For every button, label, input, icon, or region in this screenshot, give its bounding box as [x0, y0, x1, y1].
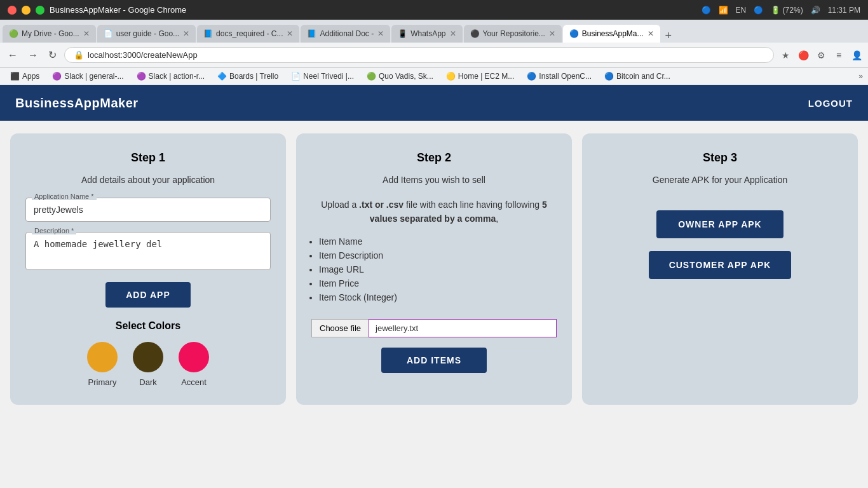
close-window-icon[interactable] — [8, 6, 17, 15]
bookmark-opencv[interactable]: 🔵 Install OpenC... — [522, 71, 597, 82]
slack-action-favicon: 🟣 — [137, 72, 146, 81]
tab-whatsapp[interactable]: 📱 WhatsApp ✕ — [391, 25, 462, 43]
description-input[interactable] — [25, 232, 271, 270]
step1-title: Step 1 — [131, 151, 165, 165]
customer-apk-button[interactable]: CUSTOMER APP APK — [649, 251, 792, 279]
tab-favicon-docsrequired: 📘 — [203, 29, 212, 38]
maximize-window-icon[interactable] — [36, 6, 44, 15]
trello-favicon: 🔷 — [217, 72, 227, 81]
bullet-item-image: Image URL — [319, 264, 564, 274]
bookmark-bitcoin[interactable]: 🔵 Bitcoin and Cr... — [599, 71, 675, 82]
slack-general-favicon: 🟣 — [52, 72, 62, 81]
app-name-group: Application Name * — [25, 198, 271, 222]
step1-subtitle: Add details about your application — [81, 175, 215, 185]
tab-label-businessapp: BusinessAppMa... — [582, 29, 644, 38]
url-text: localhost:3000/createNewApp — [88, 50, 764, 60]
bookmark-slack-general-label: Slack | general-... — [64, 72, 123, 81]
step2-title: Step 2 — [417, 151, 451, 165]
tab-additionaldoc[interactable]: 📘 Additional Doc - ✕ — [301, 25, 390, 43]
url-box[interactable]: 🔒 localhost:3000/createNewApp — [64, 47, 774, 63]
primary-color-label: Primary — [88, 377, 117, 387]
extension3-icon[interactable]: ≡ — [832, 49, 845, 62]
address-bar: ← → ↻ 🔒 localhost:3000/createNewApp ★ 🔴 … — [0, 43, 868, 68]
bookmark-slack-action[interactable]: 🟣 Slack | action-r... — [132, 71, 210, 82]
dark-color-label: Dark — [139, 377, 156, 387]
file-name-display: jewellery.txt — [369, 319, 557, 337]
colors-row: Primary Dark Accent — [87, 342, 209, 387]
home-ec2-favicon: 🟡 — [446, 72, 456, 81]
primary-color-circle[interactable] — [87, 342, 118, 372]
forward-button[interactable]: → — [25, 47, 41, 64]
tab-close-mydrive[interactable]: ✕ — [83, 29, 90, 38]
tab-close-userguide[interactable]: ✕ — [183, 29, 189, 38]
tab-mydrive[interactable]: 🟢 My Drive - Goo... ✕ — [3, 25, 96, 43]
bookmark-apps[interactable]: ⬛ Apps — [5, 71, 44, 82]
logout-button[interactable]: LOGOUT — [808, 98, 853, 109]
title-bar: BusinessAppMaker - Google Chrome 🔵 📶 EN … — [0, 0, 868, 20]
step1-card: Step 1 Add details about your applicatio… — [10, 133, 286, 405]
bookmark-trello[interactable]: 🔷 Boards | Trello — [212, 71, 283, 82]
step3-buttons: OWNER APP APK CUSTOMER APP APK — [649, 210, 792, 279]
volume-icon: 🔊 — [811, 6, 820, 15]
minimize-window-icon[interactable] — [22, 6, 31, 15]
bookmark-trello-label: Boards | Trello — [229, 72, 278, 81]
apps-favicon: ⬛ — [10, 72, 20, 81]
bookmarks-more-button[interactable]: » — [858, 72, 863, 81]
tab-close-yourrepo[interactable]: ✕ — [549, 29, 555, 38]
lock-icon: 🔒 — [74, 50, 84, 60]
accent-color-circle[interactable] — [179, 342, 209, 372]
opencv-favicon: 🔵 — [527, 72, 536, 81]
tab-docsrequired[interactable]: 📘 docs_required - C... ✕ — [197, 25, 299, 43]
bullet-item-price: Item Price — [319, 278, 564, 288]
tab-favicon-userguide: 📄 — [104, 29, 112, 38]
bookmark-home-ec2-label: Home | EC2 M... — [458, 72, 514, 81]
bullet-item-desc: Item Description — [319, 250, 564, 261]
bookmark-slack-general[interactable]: 🟣 Slack | general-... — [47, 71, 128, 82]
tab-close-whatsapp[interactable]: ✕ — [450, 29, 456, 38]
step2-subtitle: Add Items you wish to sell — [383, 175, 485, 185]
back-button[interactable]: ← — [5, 47, 20, 64]
tab-close-additionaldoc[interactable]: ✕ — [377, 29, 384, 38]
app-header: BusinessAppMaker LOGOUT — [0, 85, 868, 121]
app-title: BusinessAppMaker — [15, 96, 139, 111]
bookmark-quovadis[interactable]: 🟢 Quo Vadis, Sk... — [362, 71, 438, 82]
select-colors-title: Select Colors — [116, 320, 180, 332]
description-group: Description * — [25, 232, 271, 272]
bookmark-opencv-label: Install OpenC... — [539, 72, 592, 81]
tab-close-docsrequired[interactable]: ✕ — [287, 29, 293, 38]
new-tab-button[interactable]: + — [661, 29, 676, 43]
tab-favicon-additionaldoc: 📘 — [307, 29, 316, 38]
bookmark-quovadis-label: Quo Vadis, Sk... — [379, 72, 433, 81]
choose-file-button[interactable]: Choose file — [311, 319, 369, 337]
app-name-input[interactable] — [25, 198, 271, 222]
bluetooth-icon: 🔵 — [702, 6, 711, 15]
bookmark-home-ec2[interactable]: 🟡 Home | EC2 M... — [441, 71, 519, 82]
bookmark-neel-label: Neel Trivedi |... — [303, 72, 354, 81]
tab-userguide[interactable]: 📄 user guide - Goo... ✕ — [97, 25, 196, 43]
tab-label-additionaldoc: Additional Doc - — [320, 29, 374, 38]
dark-color-circle[interactable] — [133, 342, 163, 372]
bluetooth2-icon: 🔵 — [754, 6, 763, 15]
profile-icon[interactable]: 👤 — [850, 49, 863, 62]
add-items-button[interactable]: ADD ITEMS — [381, 348, 487, 373]
extension2-icon[interactable]: ⚙ — [815, 49, 827, 62]
tab-favicon-whatsapp: 📱 — [398, 29, 407, 38]
keyboard-lang: EN — [736, 6, 747, 15]
bullet-item-name: Item Name — [319, 236, 564, 247]
bookmark-neel[interactable]: 📄 Neel Trivedi |... — [286, 71, 359, 82]
reload-button[interactable]: ↻ — [46, 46, 59, 64]
step2-card: Step 2 Add Items you wish to sell Upload… — [296, 133, 572, 405]
add-app-button[interactable]: ADD APP — [105, 282, 191, 308]
tab-close-businessapp[interactable]: ✕ — [648, 29, 654, 38]
step3-subtitle: Generate APK for your Application — [653, 175, 787, 185]
tab-yourrepo[interactable]: ⚫ Your Repositorie... ✕ — [464, 25, 562, 43]
bookmarks-bar: ⬛ Apps 🟣 Slack | general-... 🟣 Slack | a… — [0, 68, 868, 85]
bookmark-bitcoin-label: Bitcoin and Cr... — [616, 72, 670, 81]
tabs-bar: 🟢 My Drive - Goo... ✕ 📄 user guide - Goo… — [0, 20, 868, 43]
accent-color-label: Accent — [181, 377, 207, 387]
bookmark-star-icon[interactable]: ★ — [779, 49, 792, 62]
owner-apk-button[interactable]: OWNER APP APK — [656, 210, 783, 238]
tab-businessapp[interactable]: 🔵 BusinessAppMa... ✕ — [563, 25, 660, 43]
step2-bullet-list: Item Name Item Description Image URL Ite… — [319, 236, 564, 306]
extension1-icon[interactable]: 🔴 — [797, 49, 810, 62]
